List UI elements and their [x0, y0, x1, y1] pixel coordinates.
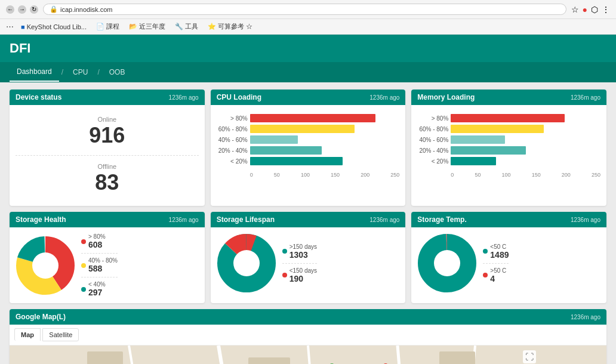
storage-temp-card: Storage Temp. 1236m ago <: [411, 212, 606, 303]
menu-icon[interactable]: ⋮: [602, 5, 610, 14]
bar-container: [250, 146, 400, 155]
browser-bar: ← → ↻ 🔒 icap.innodisk.com ☆ ● ⬡ ⋮: [0, 0, 616, 19]
cpu-loading-title: CPU Loading: [217, 93, 261, 101]
legend-item-high: > 80% 608: [81, 233, 118, 249]
storage-health-legend: > 80% 608 40% - 80% 588: [81, 233, 118, 297]
legend-value-mid: 588: [88, 264, 118, 273]
top-row: Device status 1236m ago Online 916 Offli…: [10, 90, 606, 206]
bar-fill: [451, 157, 495, 165]
cpu-bar-chart: > 80%60% - 80%40% - 60%20% - 40%< 20%: [217, 111, 400, 171]
bar-label: 20% - 40%: [417, 147, 448, 154]
google-map-time: 1236m ago: [571, 314, 600, 320]
apps-icon[interactable]: ⋯: [6, 22, 14, 31]
svg-rect-18: [87, 351, 123, 364]
bookmark-recent[interactable]: 📂 近三年度: [127, 21, 168, 32]
nav-bar: Dashboard / CPU / OOB: [0, 62, 616, 82]
svg-rect-20: [248, 357, 290, 364]
middle-row: Storage Health 1236m ago: [10, 212, 606, 303]
bar-row: 60% - 80%: [417, 125, 600, 133]
cpu-loading-header: CPU Loading 1236m ago: [211, 90, 406, 105]
storage-lifespan-body: >150 days 1303 <150 days 190: [211, 227, 406, 299]
bookmark-label: 工具: [185, 22, 198, 31]
legend-dot-mid: [81, 263, 86, 268]
nav-oob[interactable]: OOB: [102, 63, 133, 81]
bar-label: 60% - 80%: [217, 126, 248, 132]
offline-section: Offline 83: [16, 158, 199, 200]
legend-dot-short: [282, 273, 287, 277]
legend-item-cool: <50 C 1489: [483, 243, 509, 260]
memory-loading-card: Memory Loading 1236m ago > 80%60% - 80%4…: [411, 90, 606, 206]
svg-point-6: [233, 250, 260, 276]
cpu-loading-time: 1236m ago: [369, 94, 399, 101]
device-status-card: Device status 1236m ago Online 916 Offli…: [10, 90, 205, 206]
memory-loading-time: 1236m ago: [571, 94, 600, 101]
legend-item-mid: 40% - 80% 588: [81, 257, 118, 273]
storage-lifespan-title: Storage Lifespan: [217, 215, 275, 224]
storage-temp-title: Storage Temp.: [417, 215, 466, 224]
bookmark-course[interactable]: 📄 課程: [94, 21, 122, 32]
online-label: Online: [16, 116, 199, 123]
storage-lifespan-legend: >150 days 1303 <150 days 190: [282, 243, 317, 283]
cpu-axis: 0 50 100 150 200 250: [217, 172, 400, 178]
legend-item-low: < 40% 297: [81, 281, 118, 297]
legend-item-hot: >50 C 4: [483, 267, 509, 283]
star-icon[interactable]: ☆: [571, 5, 579, 14]
offline-value: 83: [16, 170, 199, 195]
bar-fill: [451, 114, 564, 122]
bar-fill: [250, 157, 343, 165]
nav-cpu[interactable]: CPU: [66, 63, 95, 81]
map-area[interactable]: ⛶ + − Map data ©2020 Google Terms of Use…: [10, 346, 606, 364]
bookmark-keyshot[interactable]: ■ KeyShot Cloud Lib...: [19, 22, 89, 32]
storage-temp-body: <50 C 1489 >50 C 4: [411, 227, 606, 299]
svg-point-3: [32, 252, 58, 279]
bar-fill: [250, 125, 355, 133]
notification-icon[interactable]: ●: [583, 5, 587, 14]
svg-text:⛶: ⛶: [525, 352, 534, 362]
online-value: 916: [16, 123, 199, 148]
storage-health-time: 1236m ago: [169, 217, 199, 223]
refresh-button[interactable]: ↻: [30, 5, 38, 14]
storage-health-donut-container: > 80% 608 40% - 80% 588: [16, 233, 199, 297]
bookmarks-bar: ⋯ ■ KeyShot Cloud Lib... 📄 課程 📂 近三年度 🔧 工…: [0, 19, 616, 35]
extension-icon[interactable]: ⬡: [591, 5, 598, 14]
bar-label: 60% - 80%: [417, 126, 448, 132]
legend-value-long: 1303: [289, 250, 317, 260]
back-button[interactable]: ←: [6, 5, 14, 14]
storage-temp-donut: [417, 233, 477, 293]
bar-label: 40% - 60%: [217, 137, 248, 143]
bookmark-tools[interactable]: 🔧 工具: [173, 21, 201, 32]
storage-health-title: Storage Health: [16, 215, 66, 224]
device-status-time: 1236m ago: [169, 94, 199, 101]
memory-loading-body: > 80%60% - 80%40% - 60%20% - 40%< 20% 0 …: [411, 105, 606, 184]
url-text: icap.innodisk.com: [60, 6, 112, 13]
device-status-header: Device status 1236m ago: [10, 90, 205, 105]
bar-label: > 80%: [417, 115, 448, 122]
google-map-card: Google Map(L) 1236m ago Map Satellite: [10, 309, 606, 364]
storage-temp-legend: <50 C 1489 >50 C 4: [483, 243, 509, 283]
nav-dashboard[interactable]: Dashboard: [10, 63, 59, 82]
storage-temp-time: 1236m ago: [571, 217, 600, 223]
legend-dot-low: [81, 287, 86, 292]
bar-row: < 20%: [217, 157, 400, 165]
map-tab-map[interactable]: Map: [14, 328, 41, 341]
bar-container: [250, 157, 400, 165]
map-tab-satellite[interactable]: Satellite: [42, 328, 79, 341]
bar-row: 40% - 60%: [217, 135, 400, 144]
memory-bar-chart: > 80%60% - 80%40% - 60%20% - 40%< 20%: [417, 111, 600, 171]
storage-health-header: Storage Health 1236m ago: [10, 212, 205, 227]
bar-fill: [250, 114, 376, 122]
forward-button[interactable]: →: [18, 5, 26, 14]
bookmark-label: 近三年度: [139, 22, 165, 31]
bar-container: [451, 135, 600, 144]
cpu-loading-body: > 80%60% - 80%40% - 60%20% - 40%< 20% 0 …: [211, 105, 406, 184]
memory-loading-header: Memory Loading 1236m ago: [411, 90, 606, 105]
legend-dot-cool: [483, 249, 488, 254]
bar-container: [451, 157, 600, 165]
bar-label: 20% - 40%: [217, 147, 248, 154]
storage-lifespan-donut: [217, 233, 276, 293]
bar-row: 20% - 40%: [417, 146, 600, 155]
address-bar[interactable]: 🔒 icap.innodisk.com: [43, 4, 566, 15]
bar-container: [250, 135, 400, 144]
bookmark-ref[interactable]: ⭐ 可算參考 ☆: [205, 21, 255, 32]
storage-health-donut: [16, 236, 75, 295]
